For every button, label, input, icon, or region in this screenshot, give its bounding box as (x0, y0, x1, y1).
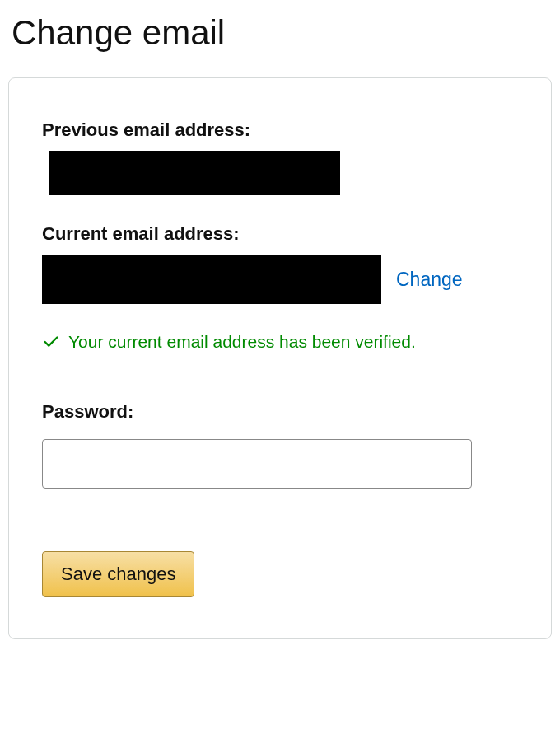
password-group: Password: (42, 401, 518, 489)
previous-email-label: Previous email address: (42, 119, 518, 141)
verified-message: Your current email address has been veri… (68, 332, 416, 352)
save-changes-button[interactable]: Save changes (42, 551, 194, 597)
current-email-value (42, 255, 381, 304)
current-email-label: Current email address: (42, 223, 518, 245)
verified-row: Your current email address has been veri… (42, 332, 518, 352)
previous-email-value (49, 151, 340, 195)
check-icon (42, 333, 60, 351)
change-email-card: Previous email address: Current email ad… (8, 77, 552, 639)
page-title: Change email (0, 0, 560, 77)
previous-email-group: Previous email address: (42, 119, 518, 195)
password-label: Password: (42, 401, 518, 423)
password-input[interactable] (42, 439, 472, 489)
change-link[interactable]: Change (396, 269, 463, 291)
current-email-group: Current email address: Change (42, 223, 518, 304)
